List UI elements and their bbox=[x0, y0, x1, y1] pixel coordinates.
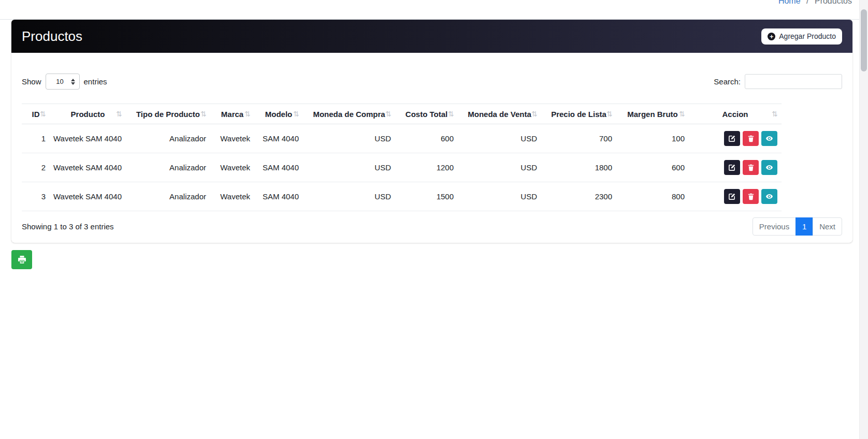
breadcrumb-current: Productos bbox=[815, 0, 852, 5]
add-product-button[interactable]: + Agregar Producto bbox=[761, 28, 842, 45]
column-header-id[interactable]: ID⇅ bbox=[22, 104, 50, 124]
eye-icon bbox=[765, 135, 774, 142]
table-row: 3Wavetek SAM 4040AnalizadorWavetekSAM 40… bbox=[22, 182, 782, 211]
trash-icon bbox=[747, 193, 755, 200]
search-control: Search: bbox=[714, 74, 842, 89]
edit-button[interactable] bbox=[724, 131, 740, 146]
pagination-previous-button[interactable]: Previous bbox=[753, 217, 796, 236]
edit-square-icon bbox=[728, 135, 736, 142]
pagination-page-1[interactable]: 1 bbox=[795, 217, 813, 236]
vertical-scrollbar[interactable] bbox=[859, 0, 868, 439]
delete-button[interactable] bbox=[743, 131, 759, 146]
cell-precio-de-lista: 700 bbox=[541, 124, 616, 153]
printer-icon bbox=[18, 255, 26, 264]
sort-updown-icon: ⇅ bbox=[606, 110, 613, 118]
cell-tipo-de-producto: Analizador bbox=[126, 182, 210, 211]
cell-id: 3 bbox=[22, 182, 50, 211]
cell-costo-total: 600 bbox=[395, 124, 458, 153]
column-label: Margen Bruto bbox=[627, 110, 678, 119]
column-label: Moneda de Venta bbox=[468, 110, 531, 119]
cell-modelo: SAM 4040 bbox=[254, 153, 303, 182]
view-button[interactable] bbox=[761, 160, 777, 175]
table-row: 1Wavetek SAM 4040AnalizadorWavetekSAM 40… bbox=[22, 124, 782, 153]
cell-producto: Wavetek SAM 4040 bbox=[50, 182, 126, 211]
breadcrumb: Home / Productos bbox=[778, 0, 852, 6]
delete-button[interactable] bbox=[743, 189, 759, 204]
sort-updown-icon: ⇅ bbox=[293, 110, 299, 118]
sort-updown-icon: ⇅ bbox=[116, 110, 122, 118]
column-label: Costo Total bbox=[406, 110, 447, 119]
column-label: Producto bbox=[71, 110, 105, 119]
cell-margen-bruto: 600 bbox=[616, 153, 689, 182]
column-header-costo-total[interactable]: Costo Total⇅ bbox=[395, 104, 458, 124]
cell-costo-total: 1500 bbox=[395, 182, 458, 211]
cell-moneda-de-venta: USD bbox=[458, 182, 541, 211]
add-product-label: Agregar Producto bbox=[779, 32, 836, 40]
cell-modelo: SAM 4040 bbox=[254, 182, 303, 211]
pagination-next-button[interactable]: Next bbox=[813, 217, 842, 236]
card-header: Productos + Agregar Producto bbox=[11, 20, 852, 53]
view-button[interactable] bbox=[761, 131, 777, 146]
sort-updown-icon: ⇅ bbox=[531, 110, 538, 118]
cell-tipo-de-producto: Analizador bbox=[126, 153, 210, 182]
sort-updown-icon: ⇅ bbox=[200, 110, 207, 118]
edit-square-icon bbox=[728, 164, 736, 171]
print-button[interactable] bbox=[11, 250, 32, 269]
column-header-tipo-de-producto[interactable]: Tipo de Producto⇅ bbox=[126, 104, 210, 124]
edit-square-icon bbox=[728, 193, 736, 200]
column-label: Moneda de Compra bbox=[313, 110, 385, 119]
sort-updown-icon: ⇅ bbox=[385, 110, 392, 118]
column-header-accion[interactable]: Accion⇅ bbox=[689, 104, 782, 124]
cell-moneda-de-venta: USD bbox=[458, 124, 541, 153]
cell-marca: Wavetek bbox=[210, 182, 254, 211]
products-card: Productos + Agregar Producto Show 10 ent… bbox=[11, 20, 852, 243]
breadcrumb-home-link[interactable]: Home bbox=[778, 0, 801, 5]
cell-marca: Wavetek bbox=[210, 153, 254, 182]
sort-updown-icon: ⇅ bbox=[772, 110, 778, 118]
column-header-moneda-de-venta[interactable]: Moneda de Venta⇅ bbox=[458, 104, 541, 124]
column-label: Accion bbox=[722, 110, 748, 119]
column-label: Marca bbox=[221, 110, 243, 119]
cell-tipo-de-producto: Analizador bbox=[126, 124, 210, 153]
breadcrumb-separator: / bbox=[806, 0, 808, 5]
column-header-precio-de-lista[interactable]: Precio de Lista⇅ bbox=[541, 104, 616, 124]
scrollbar-thumb[interactable] bbox=[861, 9, 867, 71]
cell-modelo: SAM 4040 bbox=[254, 124, 303, 153]
column-header-moneda-de-compra[interactable]: Moneda de Compra⇅ bbox=[303, 104, 395, 124]
sort-updown-icon: ⇅ bbox=[679, 110, 685, 118]
cell-actions bbox=[689, 153, 782, 182]
view-button[interactable] bbox=[761, 189, 777, 204]
column-header-producto[interactable]: Producto⇅ bbox=[50, 104, 126, 124]
column-header-marca[interactable]: Marca⇅ bbox=[210, 104, 254, 124]
page-length-control: Show 10 entries bbox=[22, 74, 107, 90]
cell-actions bbox=[689, 124, 782, 153]
cell-precio-de-lista: 1800 bbox=[541, 153, 616, 182]
column-label: Tipo de Producto bbox=[136, 110, 200, 119]
table-header-row: ID⇅Producto⇅Tipo de Producto⇅Marca⇅Model… bbox=[22, 104, 782, 124]
search-input[interactable] bbox=[745, 74, 842, 89]
products-table: ID⇅Producto⇅Tipo de Producto⇅Marca⇅Model… bbox=[22, 104, 782, 211]
sort-updown-icon: ⇅ bbox=[40, 110, 46, 118]
page-size-select[interactable]: 10 bbox=[46, 74, 80, 90]
cell-actions bbox=[689, 182, 782, 211]
table-footer: Showing 1 to 3 of 3 entries Previous 1 N… bbox=[22, 217, 842, 236]
cell-moneda-de-compra: USD bbox=[303, 182, 395, 211]
cell-id: 1 bbox=[22, 124, 50, 153]
column-header-margen-bruto[interactable]: Margen Bruto⇅ bbox=[616, 104, 689, 124]
plus-circle-icon: + bbox=[768, 33, 775, 40]
edit-button[interactable] bbox=[724, 189, 740, 204]
page-size-value: 10 bbox=[56, 78, 63, 85]
trash-icon bbox=[747, 135, 755, 142]
cell-margen-bruto: 100 bbox=[616, 124, 689, 153]
edit-button[interactable] bbox=[724, 160, 740, 175]
eye-icon bbox=[765, 193, 774, 200]
trash-icon bbox=[747, 164, 755, 171]
delete-button[interactable] bbox=[743, 160, 759, 175]
cell-marca: Wavetek bbox=[210, 124, 254, 153]
cell-precio-de-lista: 2300 bbox=[541, 182, 616, 211]
cell-id: 2 bbox=[22, 153, 50, 182]
entries-label: entries bbox=[84, 77, 107, 86]
column-label: Precio de Lista bbox=[551, 110, 606, 119]
content-area: Productos + Agregar Producto Show 10 ent… bbox=[11, 20, 852, 269]
column-header-modelo[interactable]: Modelo⇅ bbox=[254, 104, 303, 124]
